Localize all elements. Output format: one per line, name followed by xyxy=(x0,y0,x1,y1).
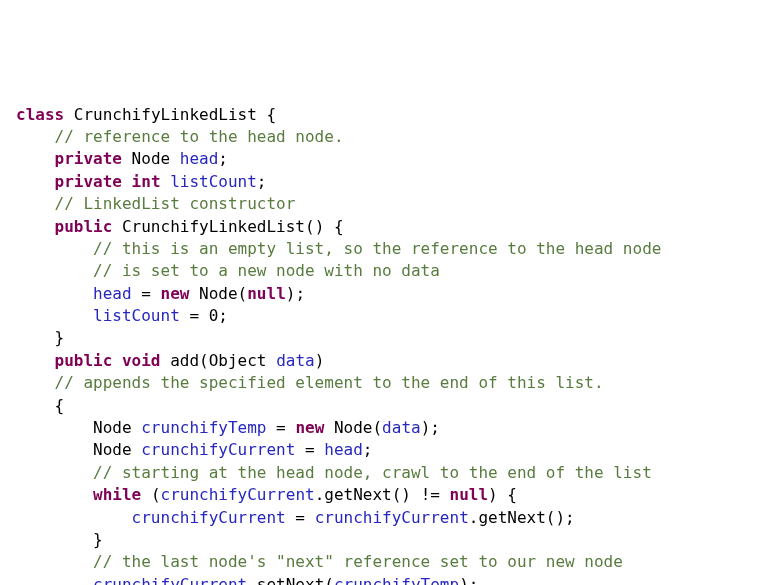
code-line: public void add(Object data) xyxy=(16,350,752,372)
code-line: while (crunchifyCurrent.getNext() != nul… xyxy=(16,484,752,506)
code-block: class CrunchifyLinkedList { // reference… xyxy=(16,104,752,585)
code-line: { xyxy=(16,395,752,417)
code-line: private Node head; xyxy=(16,148,752,170)
code-line: } xyxy=(16,529,752,551)
code-line: listCount = 0; xyxy=(16,305,752,327)
code-line: crunchifyCurrent.setNext(crunchifyTemp); xyxy=(16,574,752,585)
code-line: // appends the specified element to the … xyxy=(16,372,752,394)
code-line: crunchifyCurrent = crunchifyCurrent.getN… xyxy=(16,507,752,529)
code-line: // the last node's "next" reference set … xyxy=(16,551,752,573)
code-line: // this is an empty list, so the referen… xyxy=(16,238,752,260)
code-line: // LinkedList constructor xyxy=(16,193,752,215)
code-line: class CrunchifyLinkedList { xyxy=(16,104,752,126)
code-line: public CrunchifyLinkedList() { xyxy=(16,216,752,238)
code-line: } xyxy=(16,327,752,349)
code-line: private int listCount; xyxy=(16,171,752,193)
code-line: // is set to a new node with no data xyxy=(16,260,752,282)
code-line: Node crunchifyTemp = new Node(data); xyxy=(16,417,752,439)
code-line: // reference to the head node. xyxy=(16,126,752,148)
code-line: Node crunchifyCurrent = head; xyxy=(16,439,752,461)
code-line: head = new Node(null); xyxy=(16,283,752,305)
code-line: // starting at the head node, crawl to t… xyxy=(16,462,752,484)
